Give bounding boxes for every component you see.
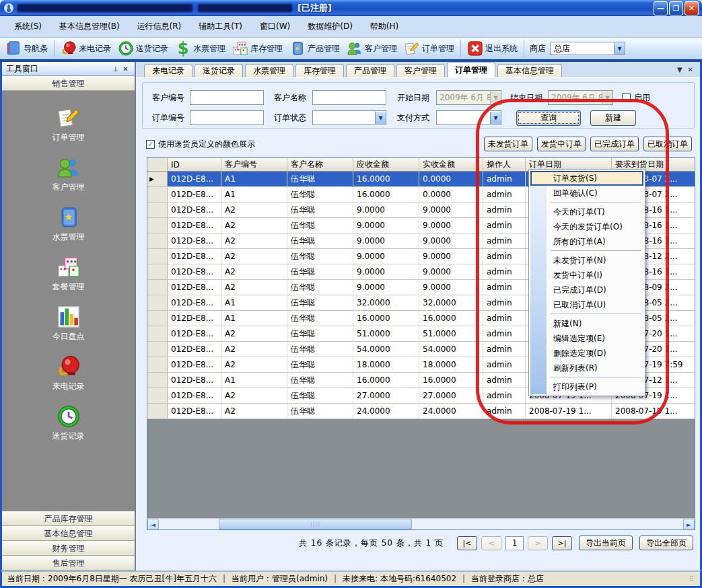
scroll-right-icon[interactable]: ►	[683, 519, 695, 530]
row-selector[interactable]	[147, 280, 168, 295]
menu-item[interactable]: 窗口(W)	[251, 17, 299, 36]
table-row[interactable]: 012D-E8... A2 伍华聪 24.0000 24.0000 admin …	[147, 404, 695, 419]
page-number-input[interactable]	[505, 536, 524, 550]
close-icon[interactable]: ✕	[120, 64, 131, 74]
row-selector[interactable]	[147, 172, 168, 186]
sidebar-item-order-manage[interactable]: 订单管理	[52, 106, 85, 143]
chevron-down-icon[interactable]: ▼	[375, 112, 386, 124]
document-tab[interactable]: 送货记录	[195, 64, 243, 77]
start-date-picker[interactable]: 2009年 6月 8日 ▼	[436, 90, 501, 105]
sidebar-item-call-record[interactable]: 来电记录	[52, 355, 85, 392]
first-page-button[interactable]: |<	[457, 536, 477, 550]
row-selector[interactable]	[147, 342, 168, 357]
row-selector[interactable]	[147, 218, 168, 233]
resize-grip-icon[interactable]: ⠿	[689, 575, 695, 583]
order-status-filter-button[interactable]: 已取消订单	[643, 137, 692, 151]
order-no-input[interactable]	[190, 110, 264, 125]
context-menu-item[interactable]: 回单确认(C)	[530, 186, 643, 200]
document-tab[interactable]: 库存管理	[295, 64, 344, 77]
tab-list-dropdown-icon[interactable]: ▼	[677, 66, 682, 73]
menu-item[interactable]: 数据维护(D)	[299, 17, 361, 36]
prev-page-button[interactable]: <	[481, 536, 501, 550]
grid-header-customer-no[interactable]: 客户编号	[221, 158, 287, 171]
scroll-left-icon[interactable]: ◄	[147, 519, 159, 530]
end-date-picker[interactable]: 2009年 6月 8日 ▼	[548, 90, 613, 105]
order-status-filter-button[interactable]: 发货中订单	[537, 137, 586, 151]
grid-header-received[interactable]: 实收金额	[419, 158, 483, 171]
menu-item[interactable]: 辅助工具(T)	[190, 17, 251, 36]
order-status-select[interactable]: ▼	[312, 110, 386, 125]
context-menu-item[interactable]: 删除选定项(D)	[530, 346, 643, 361]
customer-no-input[interactable]	[190, 90, 264, 105]
checkbox-box[interactable]	[622, 94, 631, 102]
context-menu-item[interactable]: 已完成订单(D)	[530, 283, 643, 297]
document-tab[interactable]: 产品管理	[346, 64, 394, 77]
menu-item[interactable]: 基本信息管理(B)	[50, 17, 129, 36]
enable-date-checkbox[interactable]: 启用	[622, 92, 650, 104]
sidebar-group-sales[interactable]: 销售管理	[2, 76, 135, 91]
chevron-down-icon[interactable]: ▼	[614, 42, 625, 54]
row-selector[interactable]	[147, 203, 168, 217]
order-manage-button[interactable]: 订单管理	[400, 39, 458, 58]
next-page-button[interactable]: >	[528, 536, 548, 550]
delivery-color-checkbox[interactable]: ✓ 使用送货员定义的颜色展示	[146, 139, 255, 150]
context-menu-item[interactable]: 新建(N)	[530, 316, 643, 331]
nav-bar-button[interactable]: 导航条	[2, 39, 51, 58]
sidebar-item-today-inventory[interactable]: 今日盘点	[52, 305, 85, 342]
export-all-pages-button[interactable]: 导出全部页	[639, 536, 693, 550]
chevron-down-icon[interactable]: ▼	[490, 112, 501, 124]
export-current-page-button[interactable]: 导出当前页	[579, 536, 633, 550]
exit-system-button[interactable]: 退出系统	[464, 39, 521, 58]
customer-name-input[interactable]	[312, 90, 386, 105]
product-manage-button[interactable]: 产品管理	[286, 39, 343, 58]
row-selector[interactable]	[147, 295, 168, 310]
grid-header-customer-name[interactable]: 客户名称	[287, 158, 353, 171]
row-selector[interactable]	[147, 357, 168, 372]
sidebar-item-delivery-record[interactable]: 送货记录	[52, 404, 85, 442]
shop-select[interactable]: 总店 ▼	[550, 42, 625, 55]
row-selector[interactable]	[147, 404, 168, 418]
minimize-button[interactable]: —	[654, 1, 668, 15]
context-menu-item[interactable]: 打印列表(P)	[530, 379, 643, 394]
row-selector[interactable]	[147, 326, 168, 341]
water-ticket-button[interactable]: $ 水票管理	[172, 39, 229, 58]
row-selector[interactable]	[147, 187, 168, 202]
scrollbar-thumb[interactable]: ||||	[219, 519, 412, 529]
context-menu-item[interactable]: 所有的订单(A)	[530, 234, 643, 249]
context-menu-item[interactable]: 订单发货(S)	[530, 171, 643, 186]
call-record-button[interactable]: 来电记录	[57, 39, 114, 58]
sidebar-group-header[interactable]: 售后管理	[2, 556, 135, 571]
context-menu-item[interactable]: 今天的发货订单(O)	[530, 219, 643, 234]
pay-method-select[interactable]: ▼	[436, 110, 501, 125]
sidebar-item-water-ticket[interactable]: 水票管理	[52, 205, 85, 243]
last-page-button[interactable]: >|	[552, 536, 572, 550]
row-selector[interactable]	[147, 373, 168, 388]
context-menu-item[interactable]: 未发货订单(N)	[530, 253, 643, 268]
sidebar-group-header[interactable]: 基本信息管理	[2, 526, 135, 541]
document-tab[interactable]: 基本信息管理	[497, 64, 562, 77]
menu-item[interactable]: 帮助(H)	[361, 17, 407, 36]
sidebar-item-package-manage[interactable]: 套餐管理	[52, 255, 85, 293]
document-tab[interactable]: 来电记录	[144, 64, 192, 77]
close-button[interactable]: ✕	[685, 1, 699, 15]
row-selector[interactable]	[147, 388, 168, 403]
horizontal-scrollbar[interactable]: ◄ |||| ►	[147, 518, 695, 529]
delivery-record-button[interactable]: 送货记录	[114, 39, 172, 58]
row-selector[interactable]	[147, 264, 168, 279]
checkbox-check-icon[interactable]: ✓	[146, 140, 155, 149]
maximize-button[interactable]: ❐	[669, 1, 683, 15]
menu-item[interactable]: 系统(S)	[5, 17, 50, 36]
grid-header-id[interactable]: ID	[168, 158, 221, 171]
context-menu-item[interactable]: 刷新列表(R)	[530, 361, 643, 375]
row-selector[interactable]	[147, 311, 168, 326]
row-selector[interactable]	[147, 249, 168, 264]
document-tab[interactable]: 客户管理	[396, 64, 445, 77]
context-menu-item[interactable]: 编辑选定项(E)	[530, 331, 643, 346]
context-menu-item[interactable]: 已取消订单(U)	[530, 297, 643, 312]
grid-header-operator[interactable]: 操作人	[483, 158, 526, 171]
row-selector[interactable]	[147, 233, 168, 248]
stock-manage-button[interactable]: 库存管理	[229, 39, 286, 58]
new-button[interactable]: 新建	[590, 110, 636, 126]
query-button[interactable]: 查询	[516, 110, 581, 126]
order-status-filter-button[interactable]: 未发货订单	[484, 137, 532, 151]
